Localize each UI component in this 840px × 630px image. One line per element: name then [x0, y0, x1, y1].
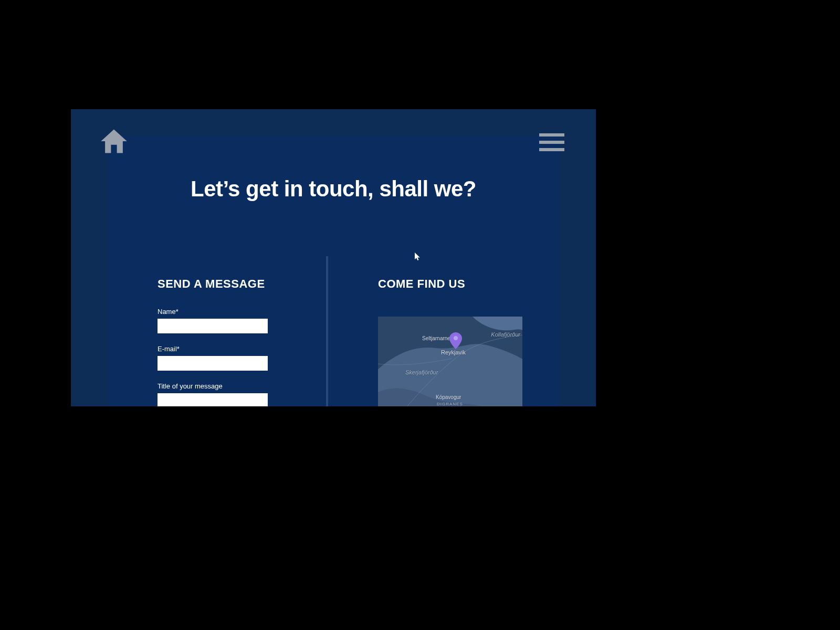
- svg-point-1: [454, 336, 458, 340]
- map-label-kopavogur: Kópavogur: [436, 394, 461, 400]
- map-pin-icon: [449, 332, 462, 349]
- map-label-seltjarnarnes: Seltjarnarnes: [422, 335, 453, 341]
- cursor-icon: [415, 253, 421, 261]
- come-find-us-section: COME FIND US: [378, 277, 546, 308]
- name-label: Name*: [158, 308, 294, 316]
- map-label-skerjafjordur: Skerjafjörður: [405, 369, 438, 375]
- home-button[interactable]: [100, 128, 128, 154]
- home-icon: [100, 128, 128, 154]
- map-pin-label: Reykjavik: [441, 349, 466, 355]
- hamburger-icon: [539, 148, 564, 151]
- name-input[interactable]: [158, 319, 268, 333]
- column-divider: [326, 256, 328, 406]
- map-label-digranes: DIGRANES: [437, 402, 463, 406]
- email-input[interactable]: [158, 356, 268, 371]
- title-input[interactable]: [158, 393, 268, 406]
- title-label: Title of your message: [158, 382, 294, 390]
- map-graphic: [378, 317, 522, 406]
- page-title: Let’s get in touch, shall we?: [71, 176, 596, 202]
- hamburger-icon: [539, 141, 564, 144]
- email-label: E-mail*: [158, 345, 294, 353]
- contact-page: Let’s get in touch, shall we? SEND A MES…: [71, 109, 596, 406]
- send-message-section: SEND A MESSAGE Name* E-mail* Title of yo…: [158, 277, 294, 406]
- hamburger-icon: [539, 133, 564, 136]
- map-label-kollafjordur: Kollafjörður: [491, 331, 520, 338]
- send-message-heading: SEND A MESSAGE: [158, 277, 294, 291]
- location-map[interactable]: Seltjarnarnes Kollafjörður Skerjafjörður…: [378, 317, 522, 406]
- come-find-us-heading: COME FIND US: [378, 277, 546, 291]
- menu-button[interactable]: [539, 133, 564, 151]
